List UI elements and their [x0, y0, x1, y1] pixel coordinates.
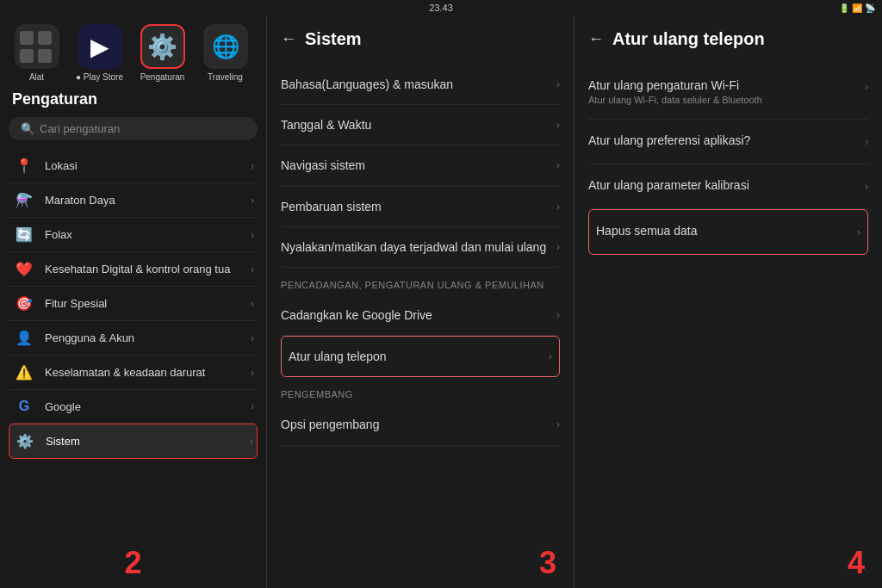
settings-item-kesehatan[interactable]: ❤️ Kesehatan Digital & kontrol orang tua… — [9, 252, 258, 287]
app-label-traveling: Traveling — [208, 72, 243, 82]
item-text-opsi: Opsi pengembang — [281, 417, 550, 432]
item-text-cadangkan: Cadangkan ke Google Drive — [281, 307, 550, 323]
fitur-chevron: › — [251, 298, 254, 310]
opsi-chevron: › — [556, 418, 560, 430]
step-number-3: 3 — [539, 545, 560, 581]
lokasi-label: Lokasi — [45, 159, 251, 172]
panel-atur-ulang: ← Atur ulang telepon Atur ulang pengatur… — [575, 15, 882, 588]
panel2-section-label: Pencadangan, Pengaturan Ulang & Pemuliha… — [281, 268, 560, 295]
item-text-tanggal: Tanggal & Waktu — [281, 117, 550, 133]
sistem-label: Sistem — [46, 435, 250, 448]
wifi-content: Atur ulang pengaturan Wi-Fi Atur ulang W… — [588, 78, 865, 105]
kesehatan-label: Kesehatan Digital & kontrol orang tua — [45, 263, 251, 275]
sistem-icon: ⚙️ — [13, 433, 37, 449]
app-grid: Alat ▶ ● Play Store ⚙️ Pengaturan 🌐 — [9, 24, 258, 82]
panel3-header: ← Atur ulang telepon — [588, 29, 868, 49]
panel2-item-pembaruan[interactable]: Pembaruan sistem › — [281, 187, 560, 227]
item-text-bahasa: Bahasa(Languages) & masukan — [281, 77, 550, 92]
app-label-pengaturan: Pengaturan — [140, 72, 185, 82]
settings-item-pengguna[interactable]: 👤 Pengguna & Akun › — [9, 321, 258, 356]
reset-item-hapus[interactable]: Hapus semua data › — [588, 209, 868, 255]
settings-item-keselamatan[interactable]: ⚠️ Keselamatan & keadaan darurat › — [9, 356, 258, 390]
status-time: 23.43 — [429, 3, 453, 13]
wifi-chevron: › — [865, 81, 868, 93]
hapus-content: Hapus semua data — [596, 224, 857, 240]
preferensi-title: Atur ulang preferensi aplikasi? — [588, 133, 865, 147]
panel2-item-cadangkan[interactable]: Cadangkan ke Google Drive › — [281, 295, 560, 336]
panel2-item-bahasa[interactable]: Bahasa(Languages) & masukan › — [281, 65, 560, 105]
panel2-title: Sistem — [305, 29, 362, 49]
keselamatan-chevron: › — [251, 367, 254, 379]
maraton-label: Maraton Daya — [45, 194, 251, 207]
search-bar[interactable]: 🔍 Cari pengaturan — [9, 117, 258, 140]
tanggal-chevron: › — [556, 119, 560, 131]
item-text-nyalakan: Nyalakan/matikan daya terjadwal dan mula… — [281, 239, 550, 255]
settings-title: Pengaturan — [9, 90, 258, 108]
search-placeholder: Cari pengaturan — [40, 122, 120, 135]
kalibrasi-content: Atur ulang parameter kalibrasi — [588, 178, 865, 195]
maraton-chevron: › — [251, 195, 254, 207]
panel-sistem: ← Sistem Bahasa(Languages) & masukan › T… — [267, 15, 575, 588]
panel3-back-arrow[interactable]: ← — [588, 30, 604, 48]
panel2-item-navigasi[interactable]: Navigasi sistem › — [281, 145, 560, 186]
app-item-traveling[interactable]: 🌐 Traveling — [197, 24, 253, 82]
nyalakan-chevron: › — [556, 241, 560, 253]
lokasi-chevron: › — [251, 160, 254, 172]
settings-list: 📍 Lokasi › ⚗️ Maraton Daya › 🔄 Folax › ❤… — [9, 149, 258, 545]
settings-item-maraton[interactable]: ⚗️ Maraton Daya › — [9, 183, 258, 218]
hapus-title: Hapus semua data — [596, 224, 857, 238]
app-item-pengaturan[interactable]: ⚙️ Pengaturan — [134, 24, 190, 82]
panel2-back-arrow[interactable]: ← — [281, 30, 296, 48]
navigasi-chevron: › — [556, 159, 560, 171]
app-label-alat: Alat — [29, 72, 44, 82]
app-icon-pengaturan[interactable]: ⚙️ — [140, 24, 185, 69]
reset-item-kalibrasi[interactable]: Atur ulang parameter kalibrasi › — [588, 164, 868, 209]
pengguna-chevron: › — [251, 332, 254, 344]
folax-icon: 🔄 — [12, 226, 36, 243]
preferensi-chevron: › — [865, 136, 868, 148]
item-text-atur-ulang: Atur ulang telepon — [289, 349, 542, 364]
step-number-2: 2 — [9, 545, 258, 588]
settings-item-sistem[interactable]: ⚙️ Sistem › — [9, 424, 258, 459]
keselamatan-label: Keselamatan & keadaan darurat — [45, 366, 251, 379]
bahasa-chevron: › — [556, 78, 560, 90]
sistem-chevron: › — [250, 436, 253, 448]
fitur-icon: 🎯 — [12, 295, 36, 312]
panel2-item-tanggal[interactable]: Tanggal & Waktu › — [281, 105, 560, 145]
panel3-title: Atur ulang telepon — [612, 29, 765, 49]
panel2-item-atur-ulang[interactable]: Atur ulang telepon › — [281, 336, 560, 377]
settings-item-fitur[interactable]: 🎯 Fitur Spesial › — [9, 287, 258, 321]
lokasi-icon: 📍 — [12, 158, 36, 174]
reset-item-wifi[interactable]: Atur ulang pengaturan Wi-Fi Atur ulang W… — [588, 65, 868, 120]
fitur-label: Fitur Spesial — [45, 297, 251, 310]
app-item-playstore[interactable]: ▶ ● Play Store — [71, 24, 127, 82]
panel-home: Alat ▶ ● Play Store ⚙️ Pengaturan 🌐 — [0, 15, 267, 588]
panel3-bottom: 4 — [588, 545, 868, 588]
kesehatan-chevron: › — [251, 263, 254, 275]
status-icons: 🔋📶📡 — [839, 3, 875, 13]
settings-item-google[interactable]: G Google › — [9, 390, 258, 424]
folax-chevron: › — [251, 229, 254, 241]
reset-item-preferensi[interactable]: Atur ulang preferensi aplikasi? › — [588, 120, 868, 164]
settings-item-lokasi[interactable]: 📍 Lokasi › — [9, 149, 258, 183]
panel2-item-nyalakan[interactable]: Nyalakan/matikan daya terjadwal dan mula… — [281, 227, 560, 268]
kesehatan-icon: ❤️ — [12, 261, 36, 277]
app-icon-playstore[interactable]: ▶ — [78, 24, 122, 69]
google-icon: G — [12, 399, 36, 414]
item-text-navigasi: Navigasi sistem — [281, 158, 550, 173]
settings-item-folax[interactable]: 🔄 Folax › — [9, 218, 258, 252]
pembaruan-chevron: › — [556, 201, 560, 213]
app-icon-travel[interactable]: 🌐 — [203, 24, 248, 69]
wifi-title: Atur ulang pengaturan Wi-Fi — [588, 78, 865, 92]
folax-label: Folax — [45, 228, 251, 241]
maraton-icon: ⚗️ — [12, 192, 36, 208]
pengguna-label: Pengguna & Akun — [45, 331, 251, 344]
panel3-list: Atur ulang pengaturan Wi-Fi Atur ulang W… — [588, 65, 868, 545]
google-label: Google — [45, 400, 251, 413]
panel2-item-opsi[interactable]: Opsi pengembang › — [281, 405, 560, 445]
app-icon-alat[interactable] — [15, 24, 59, 69]
wifi-subtitle: Atur ulang Wi-Fi, data seluler & Bluetoo… — [588, 95, 865, 105]
status-bar: 23.43 🔋📶📡 — [0, 0, 882, 15]
main-layout: Alat ▶ ● Play Store ⚙️ Pengaturan 🌐 — [0, 15, 882, 588]
app-item-alat[interactable]: Alat — [9, 24, 65, 82]
